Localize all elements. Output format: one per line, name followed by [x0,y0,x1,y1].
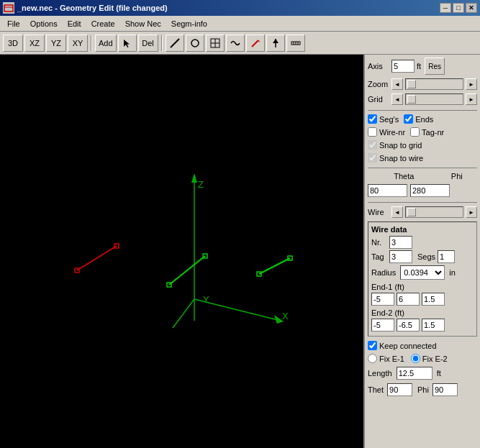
end1-z-input[interactable] [422,293,445,306]
axis-unit: ft [417,62,421,70]
wire-data-title: Wire data [371,225,474,234]
svg-marker-9 [258,40,260,42]
svg-line-8 [252,40,258,47]
svg-marker-11 [273,39,279,43]
menu-create[interactable]: Create [87,18,119,29]
snap-wire-row: Snap to wire [368,153,477,163]
nr-input[interactable] [389,236,412,249]
end2-x-input[interactable] [371,319,394,332]
theta-phi-inputs [368,184,477,197]
check-tagnr[interactable] [410,127,420,137]
axis-label: Axis [368,62,389,70]
wire-track[interactable] [405,206,463,218]
end1-label-row: End-1 (ft) [371,283,474,291]
check-ends[interactable] [404,114,413,124]
fix-e1-radio[interactable] [368,354,377,363]
right-panel: Axis ft Res Zoom ◄ ► Grid ◄ ► [363,55,480,448]
svg-point-4 [191,40,199,47]
thet-label: Thet [368,385,384,394]
check-snap-wire[interactable] [368,153,377,163]
ruler-icon[interactable] [286,35,305,52]
fix-e2-radio[interactable] [411,354,420,363]
wire-label: Wire [368,208,389,216]
grid-icon[interactable] [206,35,225,52]
grid-label: Grid [368,95,389,104]
line-icon[interactable] [166,35,184,52]
zoom-thumb[interactable] [407,80,416,88]
menu-options[interactable]: Options [26,18,62,29]
wire-left-arrow[interactable]: ◄ [391,206,403,218]
grid-thumb[interactable] [407,95,416,104]
zoom-left-arrow[interactable]: ◄ [391,78,403,90]
theta-input[interactable] [368,184,407,197]
end2-y-input[interactable] [397,319,420,332]
radius-select[interactable]: 0.0394 [400,265,445,280]
fix-row: Fix E-1 Fix E-2 [368,354,477,363]
titlebar: _new.nec - Geometry Edit (file changed) … [0,0,480,16]
end2-z-input[interactable] [422,319,445,332]
check-wirenr[interactable] [368,127,377,137]
svg-line-3 [171,39,179,47]
circle-icon[interactable] [186,35,204,52]
wire-right-arrow[interactable]: ► [466,206,477,218]
axis-row: Axis ft Res [368,58,477,75]
grid-track[interactable] [405,93,463,105]
length-input[interactable] [397,367,433,380]
menu-shownec[interactable]: Show Nec [121,18,166,29]
phi2-input[interactable] [433,383,458,396]
svg-text:Z: Z [198,179,204,190]
cursor-icon[interactable] [118,35,137,52]
end2-label: End-2 (ft) [371,308,404,317]
btn-xy[interactable]: XY [68,35,88,52]
pencil-icon[interactable] [246,35,265,52]
end1-y-input[interactable] [397,293,420,306]
fix-e1-label: Fix E-1 [379,355,404,363]
svg-text:X: X [282,311,289,321]
svg-rect-16 [0,55,363,448]
axis-input[interactable] [391,60,415,73]
svg-text:Y: Y [203,294,209,305]
btn-yz[interactable]: YZ [46,35,66,52]
check-segs-label: Seg's [379,115,399,124]
toolbar: 3D XZ YZ XY Add Del [0,32,480,55]
phi-label: Phi [451,172,463,180]
end1-x-input[interactable] [371,293,394,306]
thet-input[interactable] [387,383,412,396]
check-tagnr-label: Tag-nr [422,128,444,137]
grid-left-arrow[interactable]: ◄ [391,93,403,105]
end2-label-row: End-2 (ft) [371,308,474,317]
btn-3d[interactable]: 3D [3,35,23,52]
zoom-track[interactable] [405,78,463,90]
close-button[interactable]: ✕ [466,3,477,13]
maximize-button[interactable]: □ [453,3,464,13]
window-title: _new.nec - Geometry Edit (file changed) [17,4,168,12]
grid-right-arrow[interactable]: ► [466,93,477,105]
check-snap-grid[interactable] [368,140,377,150]
divider-3 [368,202,477,203]
minimize-button[interactable]: ─ [440,3,451,13]
wire-thumb[interactable] [407,208,416,216]
svg-marker-2 [124,40,130,47]
btn-del[interactable]: Del [138,35,158,52]
phi-input[interactable] [410,184,450,197]
check-segs[interactable] [368,114,377,124]
zoom-row: Zoom ◄ ► [368,78,477,90]
btn-xz[interactable]: XZ [24,35,45,52]
keep-connected-check[interactable] [368,341,377,350]
arrow-icon[interactable] [266,35,285,52]
segs-input[interactable] [438,250,455,263]
length-unit: ft [437,369,441,378]
wave-icon[interactable] [226,35,245,52]
zoom-right-arrow[interactable]: ► [466,78,477,90]
menu-segminfo[interactable]: Segm-info [167,18,212,29]
menu-file[interactable]: File [3,18,24,29]
btn-add[interactable]: Add [95,35,117,52]
app-icon [3,2,14,14]
menu-edit[interactable]: Edit [63,18,86,29]
radius-row: Radius 0.0394 in [371,265,474,280]
res-button[interactable]: Res [425,58,445,75]
tag-input[interactable] [389,250,412,263]
canvas-area[interactable]: Z X Y [0,55,363,448]
canvas-svg: Z X Y [0,55,363,448]
separator-2 [161,35,163,51]
